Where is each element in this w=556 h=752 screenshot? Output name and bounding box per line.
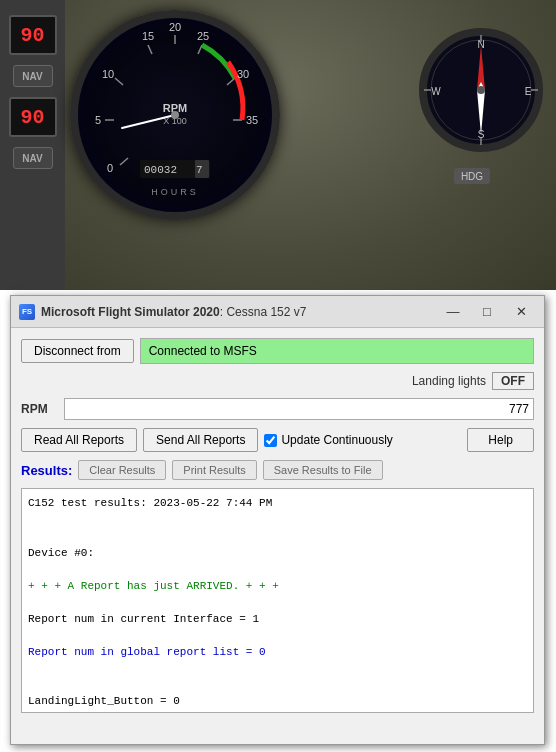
minimize-button[interactable]: — (438, 301, 468, 323)
landing-lights-row: Landing lights OFF (21, 372, 534, 390)
status-text: Connected to MSFS (149, 344, 257, 358)
svg-line-2 (115, 78, 123, 85)
save-results-button[interactable]: Save Results to File (263, 460, 383, 480)
compass-svg: N E S W HDG (416, 20, 546, 220)
close-button[interactable]: ✕ (506, 301, 536, 323)
landing-lights-value: OFF (492, 372, 534, 390)
results-line: Device #0: (28, 545, 527, 562)
svg-text:10: 10 (102, 68, 114, 80)
send-all-reports-button[interactable]: Send All Reports (143, 428, 258, 452)
svg-text:W: W (431, 86, 441, 97)
compass-gauge-area: N E S W HDG (416, 20, 556, 270)
svg-line-3 (148, 45, 152, 54)
svg-text:20: 20 (169, 21, 181, 33)
app-icon: FS (19, 304, 35, 320)
disconnect-button[interactable]: Disconnect from (21, 339, 134, 363)
svg-point-19 (171, 111, 179, 119)
maximize-button[interactable]: □ (472, 301, 502, 323)
results-line: LandingLight_Button = 0 (28, 693, 527, 710)
svg-text:HOURS: HOURS (151, 187, 199, 197)
svg-text:5: 5 (95, 114, 101, 126)
nav-button-2[interactable]: NAV (13, 147, 53, 169)
svg-text:00032: 00032 (144, 164, 177, 176)
title-bar-buttons: — □ ✕ (438, 301, 536, 323)
rpm-row: RPM (21, 398, 534, 420)
svg-point-37 (477, 86, 485, 94)
results-header: Results: Clear Results Print Results Sav… (21, 460, 534, 480)
results-title: Results: (21, 463, 72, 478)
app-name: Microsoft Flight Simulator 2020 (41, 305, 220, 319)
window-content: Disconnect from Connected to MSFS Landin… (11, 328, 544, 723)
read-all-reports-button[interactable]: Read All Reports (21, 428, 137, 452)
update-continuously-label: Update Continuously (281, 433, 392, 447)
app-subtitle: Cessna 152 v7 (226, 305, 306, 319)
svg-text:25: 25 (197, 30, 209, 42)
cockpit-background: 90 NAV 90 NAV (0, 0, 556, 290)
action-row: Read All Reports Send All Reports Update… (21, 428, 534, 452)
gauge-svg: 0 5 10 15 20 25 30 35 RPM X 100 00032 7 (80, 20, 270, 210)
svg-line-6 (227, 78, 235, 85)
status-field: Connected to MSFS (140, 338, 534, 364)
results-line: C152 test results: 2023-05-22 7:44 PM (28, 495, 527, 512)
title-bar: FS Microsoft Flight Simulator 2020: Cess… (11, 296, 544, 328)
svg-text:35: 35 (246, 114, 258, 126)
svg-text:0: 0 (107, 162, 113, 174)
nav-button-1[interactable]: NAV (13, 65, 53, 87)
print-results-button[interactable]: Print Results (172, 460, 256, 480)
svg-text:HDG: HDG (461, 171, 483, 182)
results-line: + + + A Report has just ARRIVED. + + + (28, 578, 527, 595)
svg-text:15: 15 (142, 30, 154, 42)
landing-lights-label: Landing lights (412, 374, 486, 388)
update-continuously-checkbox[interactable] (264, 434, 277, 447)
svg-text:30: 30 (237, 68, 249, 80)
results-area[interactable]: C152 test results: 2023-05-22 7:44 PMDev… (21, 488, 534, 713)
rpm-input[interactable] (64, 398, 534, 420)
update-continuously-row: Update Continuously (264, 433, 392, 447)
main-window: FS Microsoft Flight Simulator 2020: Cess… (10, 295, 545, 745)
rpm-label: RPM (21, 402, 56, 416)
instrument-display-1: 90 (9, 15, 57, 55)
svg-line-0 (120, 158, 128, 165)
svg-text:7: 7 (196, 164, 203, 176)
results-line: Report num in global report list = 0 (28, 644, 527, 661)
svg-text:E: E (525, 86, 532, 97)
instrument-display-2: 90 (9, 97, 57, 137)
clear-results-button[interactable]: Clear Results (78, 460, 166, 480)
results-line: Report num in current Interface = 1 (28, 611, 527, 628)
rpm-gauge: 0 5 10 15 20 25 30 35 RPM X 100 00032 7 (70, 10, 280, 220)
left-instrument-panel: 90 NAV 90 NAV (0, 0, 65, 290)
rpm-gauge-area: 0 5 10 15 20 25 30 35 RPM X 100 00032 7 (70, 10, 290, 270)
title-bar-text: Microsoft Flight Simulator 2020: Cessna … (41, 305, 432, 319)
help-button[interactable]: Help (467, 428, 534, 452)
connect-row: Disconnect from Connected to MSFS (21, 338, 534, 364)
